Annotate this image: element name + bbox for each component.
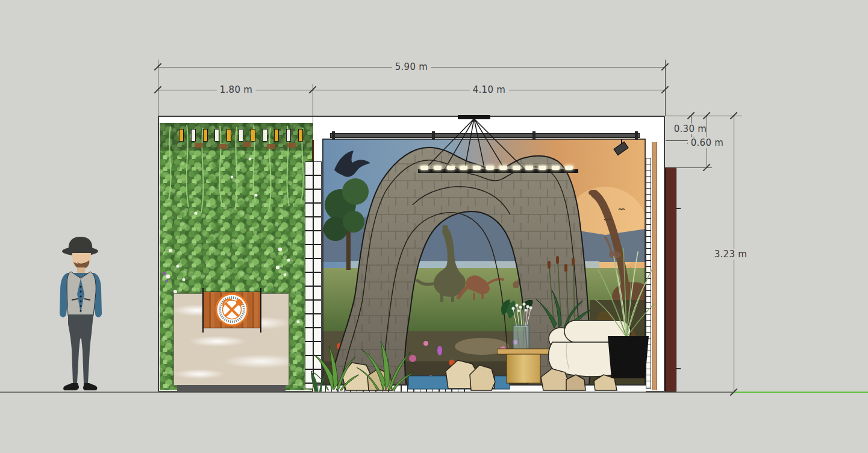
wall-light: [214, 129, 219, 142]
wall-lights: [179, 129, 307, 142]
cattail-heads: [548, 256, 575, 272]
shoe: [63, 383, 79, 390]
shoe: [83, 383, 97, 390]
wall-light: [286, 129, 291, 142]
dim-label-total-width: 5.90 m: [392, 61, 431, 72]
green-axis-line: [734, 392, 868, 393]
dim-label-truss-drop: 0.30 m: [671, 123, 710, 134]
wall-light: [239, 129, 243, 142]
glass-vase: [513, 325, 529, 349]
wall-light: [263, 129, 267, 142]
grass-blades: [596, 248, 655, 337]
ceiling-mount: [458, 115, 490, 119]
dim-label-left-bay: 1.80 m: [217, 84, 256, 95]
lamp: [447, 166, 455, 170]
hanging-light-bar: [418, 169, 578, 173]
dim-ext-line: [666, 116, 742, 116]
column-mark: [676, 368, 681, 369]
dim-label-fascia-drop: 0.60 m: [688, 137, 727, 148]
dark-ferns: [311, 371, 326, 392]
column-mark: [676, 208, 681, 209]
scale-figure: [55, 235, 113, 393]
lamp: [486, 166, 494, 170]
dim-label-height: 3.23 m: [711, 249, 751, 260]
elevation-canvas: 5.90 m 1.80 m 4.10 m 0.30 m 0.60 m 3.23 …: [0, 0, 868, 453]
wall-light: [226, 129, 231, 142]
wall-light: [274, 129, 279, 142]
black-planter: [608, 336, 649, 378]
lamp: [565, 166, 573, 170]
lamp: [499, 166, 507, 170]
dim-ext-line: [313, 84, 313, 140]
lamp: [552, 166, 560, 170]
lamp: [460, 166, 467, 170]
wall-light: [203, 129, 208, 142]
lamp: [525, 166, 533, 170]
wall-light: [179, 129, 184, 142]
planter-grass: [593, 246, 657, 380]
maroon-column: [665, 167, 676, 392]
trousers: [68, 314, 93, 383]
wall-light: [191, 129, 196, 142]
wall-light: [251, 129, 255, 142]
lamp: [434, 166, 442, 170]
desk-plinth: [177, 385, 286, 391]
logo-emblem: [215, 293, 249, 326]
wall-light: [298, 129, 303, 142]
cable-rig: [322, 112, 646, 175]
dim-label-right-bay: 4.10 m: [470, 84, 509, 95]
table-top: [498, 349, 549, 354]
lamp: [513, 166, 520, 170]
lamp: [473, 166, 481, 170]
lamp: [420, 166, 428, 170]
lamp: [539, 166, 546, 170]
